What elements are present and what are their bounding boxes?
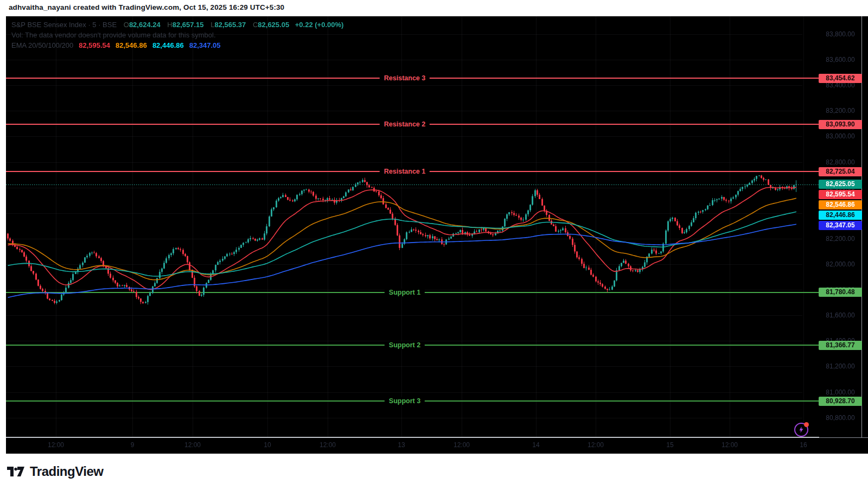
symbol-row: S&P BSE Sensex Index · 5 · BSE O82,624.2… xyxy=(11,20,343,30)
x-axis-label-16: 16 xyxy=(800,441,807,449)
attribution-text: adhvaitha_nayani created with TradingVie… xyxy=(9,3,284,11)
symbol-title[interactable]: S&P BSE Sensex Index · 5 · BSE xyxy=(11,21,117,29)
x-axis-label-13: 13 xyxy=(398,441,405,449)
x-axis-label-12-00: 12:00 xyxy=(320,441,336,449)
chart-widget: S&P BSE Sensex Index · 5 · BSE O82,624.2… xyxy=(6,16,868,454)
ema-200-legend-value: 82,347.05 xyxy=(189,41,221,49)
quick-actions-button[interactable] xyxy=(794,423,808,437)
open-prefix: O xyxy=(124,21,129,29)
x-axis-label-12-00: 12:00 xyxy=(722,441,738,449)
price-chart-canvas[interactable] xyxy=(6,16,868,437)
x-axis-label-12-00: 12:00 xyxy=(184,441,201,449)
time-axis-separator-right xyxy=(819,437,868,438)
attribution-bar: adhvaitha_nayani created with TradingVie… xyxy=(0,0,868,16)
tradingview-logo[interactable]: TradingView xyxy=(7,464,103,479)
x-axis-label-12-00: 12:00 xyxy=(454,441,470,449)
x-axis-label-12-00: 12:00 xyxy=(588,441,604,449)
x-axis-label-9: 9 xyxy=(131,441,135,449)
x-axis-label-10: 10 xyxy=(264,441,271,449)
footer: TradingView xyxy=(0,454,868,490)
ema-100-legend-value: 82,446.86 xyxy=(152,41,184,49)
tradingview-logo-icon xyxy=(7,467,24,476)
x-axis-label-15: 15 xyxy=(666,441,673,449)
ema-50-legend-value: 82,546.86 xyxy=(116,41,147,49)
open-value: 82,624.24 xyxy=(129,21,161,29)
close-value: 82,625.05 xyxy=(258,21,289,29)
low-value: 82,565.37 xyxy=(214,21,246,29)
notification-dot xyxy=(804,422,809,427)
high-value: 82,657.15 xyxy=(173,21,204,29)
x-axis-label-12-00: 12:00 xyxy=(48,441,64,449)
ema-indicator-label[interactable]: EMA 20/50/100/200 xyxy=(11,41,73,49)
close-prefix: C xyxy=(253,21,258,29)
time-axis-separator xyxy=(6,437,819,438)
chart-legend: S&P BSE Sensex Index · 5 · BSE O82,624.2… xyxy=(11,20,343,51)
tradingview-brand-text: TradingView xyxy=(30,464,103,479)
change-value: +0.22 (+0.00%) xyxy=(295,21,344,29)
lightning-icon xyxy=(797,426,805,434)
page: adhvaitha_nayani created with TradingVie… xyxy=(0,0,868,490)
ema-20-legend-value: 82,595.54 xyxy=(79,41,110,49)
volume-note-row: Vol: The data vendor doesn't provide vol… xyxy=(11,30,343,41)
ema-values: 82,595.5482,546.8682,446.8682,347.05 xyxy=(73,41,220,49)
ema-row: EMA 20/50/100/20082,595.5482,546.8682,44… xyxy=(11,41,343,51)
high-prefix: H xyxy=(167,21,172,29)
price-axis-border xyxy=(861,16,862,438)
x-axis-label-14: 14 xyxy=(532,441,539,449)
volume-note: Vol: The data vendor doesn't provide vol… xyxy=(11,31,216,39)
